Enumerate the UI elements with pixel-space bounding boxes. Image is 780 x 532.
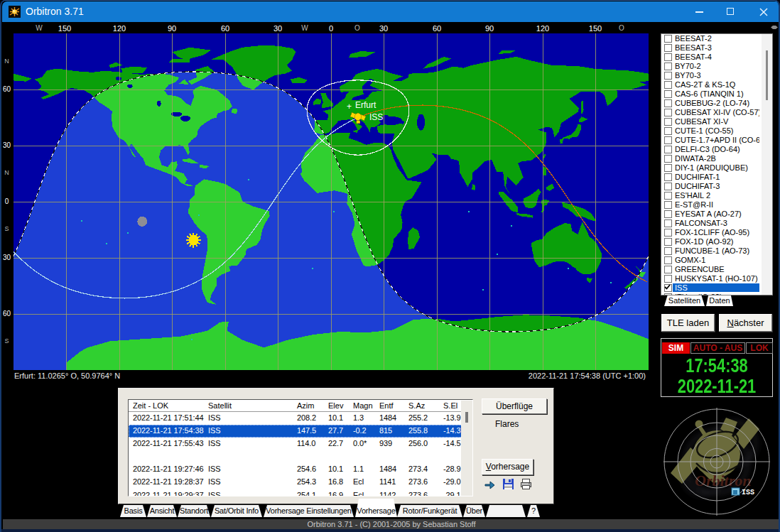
- svg-text:Erfurt: Erfurt: [355, 100, 377, 110]
- svg-text:ISS: ISS: [369, 112, 383, 122]
- svg-text:+: +: [347, 102, 352, 112]
- svg-text:ISS: ISS: [742, 489, 754, 496]
- svg-text:Orbitron: Orbitron: [695, 472, 751, 489]
